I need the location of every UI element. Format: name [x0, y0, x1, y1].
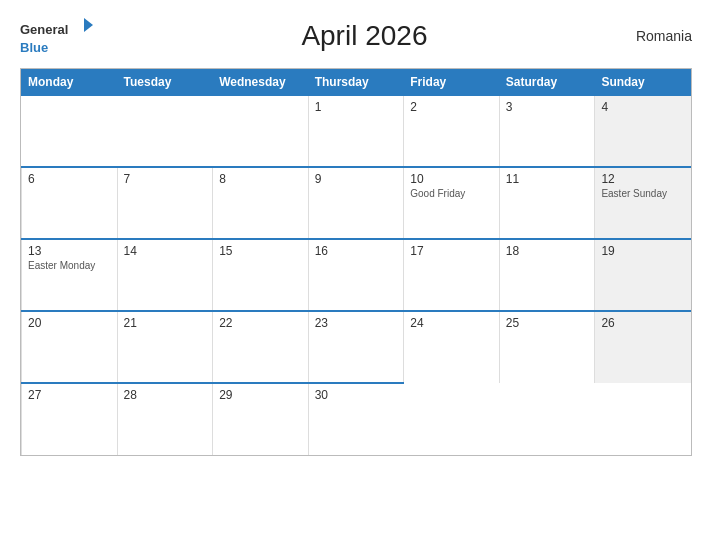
header-sunday: Sunday — [595, 70, 691, 96]
calendar-cell — [213, 95, 309, 167]
header-thursday: Thursday — [308, 70, 404, 96]
header-saturday: Saturday — [499, 70, 595, 96]
day-number: 25 — [506, 316, 589, 330]
day-number: 28 — [124, 388, 207, 402]
calendar-cell: 18 — [499, 239, 595, 311]
calendar-cell: 29 — [213, 383, 309, 455]
day-number: 21 — [124, 316, 207, 330]
calendar-week-4: 20212223242526 — [22, 311, 691, 383]
header-friday: Friday — [404, 70, 500, 96]
calendar-cell: 20 — [22, 311, 118, 383]
calendar-cell: 24 — [404, 311, 500, 383]
page-title: April 2026 — [301, 20, 427, 52]
day-number: 6 — [28, 172, 111, 186]
day-number: 8 — [219, 172, 302, 186]
page-header: General Blue April 2026 Romania — [20, 16, 692, 56]
svg-marker-0 — [84, 18, 93, 32]
calendar-page: General Blue April 2026 Romania Monday T… — [0, 0, 712, 550]
day-number: 9 — [315, 172, 398, 186]
day-number: 3 — [506, 100, 589, 114]
calendar-cell: 22 — [213, 311, 309, 383]
calendar-cell: 23 — [308, 311, 404, 383]
day-number: 18 — [506, 244, 589, 258]
day-number: 26 — [601, 316, 684, 330]
header-monday: Monday — [22, 70, 118, 96]
calendar-cell: 15 — [213, 239, 309, 311]
day-number: 11 — [506, 172, 589, 186]
calendar-week-5: 27282930 — [22, 383, 691, 455]
calendar-cell: 8 — [213, 167, 309, 239]
day-number: 10 — [410, 172, 493, 186]
calendar-cell: 14 — [117, 239, 213, 311]
holiday-label: Good Friday — [410, 188, 493, 199]
day-number: 16 — [315, 244, 398, 258]
day-number: 12 — [601, 172, 684, 186]
calendar-cell — [595, 383, 691, 455]
calendar-cell: 26 — [595, 311, 691, 383]
calendar-cell: 28 — [117, 383, 213, 455]
calendar-cell: 30 — [308, 383, 404, 455]
day-number: 23 — [315, 316, 398, 330]
logo: General Blue — [20, 16, 93, 56]
calendar-cell — [499, 383, 595, 455]
day-number: 7 — [124, 172, 207, 186]
logo-general-text: General — [20, 22, 68, 37]
calendar-container: Monday Tuesday Wednesday Thursday Friday… — [20, 68, 692, 456]
calendar-cell: 11 — [499, 167, 595, 239]
calendar-cell: 7 — [117, 167, 213, 239]
day-number: 13 — [28, 244, 111, 258]
holiday-label: Easter Sunday — [601, 188, 684, 199]
calendar-table: Monday Tuesday Wednesday Thursday Friday… — [21, 69, 691, 455]
calendar-cell — [117, 95, 213, 167]
day-number: 15 — [219, 244, 302, 258]
day-number: 4 — [601, 100, 684, 114]
calendar-body: 1234678910Good Friday1112Easter Sunday13… — [22, 95, 691, 455]
logo-flag-icon — [75, 16, 93, 34]
calendar-cell: 9 — [308, 167, 404, 239]
calendar-cell: 21 — [117, 311, 213, 383]
day-number: 19 — [601, 244, 684, 258]
calendar-cell: 12Easter Sunday — [595, 167, 691, 239]
calendar-cell: 3 — [499, 95, 595, 167]
weekday-header-row: Monday Tuesday Wednesday Thursday Friday… — [22, 70, 691, 96]
calendar-week-3: 13Easter Monday141516171819 — [22, 239, 691, 311]
day-number: 27 — [28, 388, 111, 402]
calendar-cell: 13Easter Monday — [22, 239, 118, 311]
calendar-cell: 6 — [22, 167, 118, 239]
calendar-cell: 1 — [308, 95, 404, 167]
calendar-cell: 27 — [22, 383, 118, 455]
calendar-cell: 16 — [308, 239, 404, 311]
calendar-cell: 17 — [404, 239, 500, 311]
day-number: 1 — [315, 100, 398, 114]
day-number: 17 — [410, 244, 493, 258]
calendar-cell: 4 — [595, 95, 691, 167]
day-number: 29 — [219, 388, 302, 402]
header-tuesday: Tuesday — [117, 70, 213, 96]
day-number: 22 — [219, 316, 302, 330]
day-number: 24 — [410, 316, 493, 330]
calendar-cell — [22, 95, 118, 167]
day-number: 30 — [315, 388, 398, 402]
calendar-week-1: 1234 — [22, 95, 691, 167]
calendar-cell: 25 — [499, 311, 595, 383]
logo-blue-text: Blue — [20, 40, 48, 55]
day-number: 2 — [410, 100, 493, 114]
day-number: 20 — [28, 316, 111, 330]
calendar-cell: 19 — [595, 239, 691, 311]
header-wednesday: Wednesday — [213, 70, 309, 96]
country-label: Romania — [636, 28, 692, 44]
calendar-cell — [404, 383, 500, 455]
calendar-header: Monday Tuesday Wednesday Thursday Friday… — [22, 70, 691, 96]
day-number: 14 — [124, 244, 207, 258]
calendar-week-2: 678910Good Friday1112Easter Sunday — [22, 167, 691, 239]
calendar-cell: 10Good Friday — [404, 167, 500, 239]
holiday-label: Easter Monday — [28, 260, 111, 271]
calendar-cell: 2 — [404, 95, 500, 167]
